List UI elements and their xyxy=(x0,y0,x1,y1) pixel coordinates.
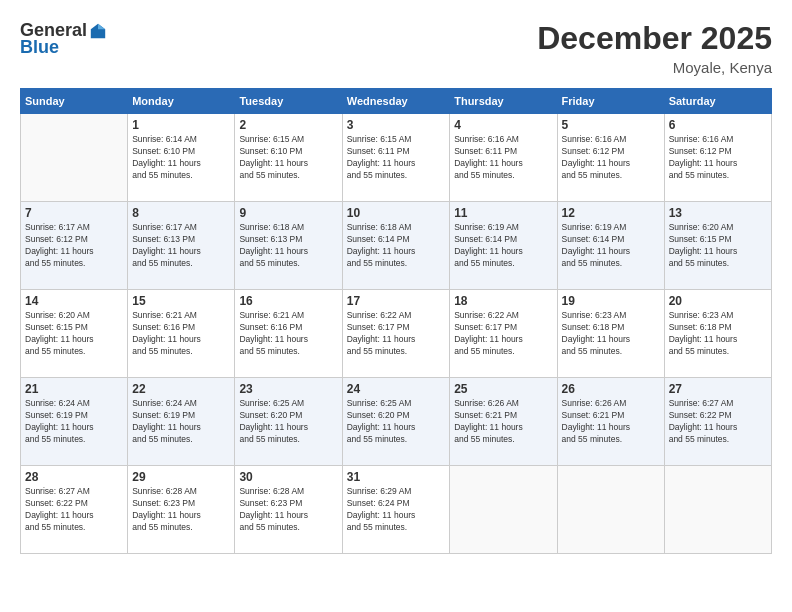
calendar-week-row: 21Sunrise: 6:24 AMSunset: 6:19 PMDayligh… xyxy=(21,378,772,466)
day-number: 28 xyxy=(25,470,123,484)
day-info: Sunrise: 6:17 AMSunset: 6:13 PMDaylight:… xyxy=(132,222,230,270)
calendar-week-row: 28Sunrise: 6:27 AMSunset: 6:22 PMDayligh… xyxy=(21,466,772,554)
table-row: 14Sunrise: 6:20 AMSunset: 6:15 PMDayligh… xyxy=(21,290,128,378)
table-row: 27Sunrise: 6:27 AMSunset: 6:22 PMDayligh… xyxy=(664,378,771,466)
logo-icon xyxy=(89,22,107,40)
location: Moyale, Kenya xyxy=(537,59,772,76)
day-number: 29 xyxy=(132,470,230,484)
day-info: Sunrise: 6:14 AMSunset: 6:10 PMDaylight:… xyxy=(132,134,230,182)
day-info: Sunrise: 6:21 AMSunset: 6:16 PMDaylight:… xyxy=(132,310,230,358)
day-info: Sunrise: 6:22 AMSunset: 6:17 PMDaylight:… xyxy=(347,310,445,358)
day-info: Sunrise: 6:28 AMSunset: 6:23 PMDaylight:… xyxy=(239,486,337,534)
day-info: Sunrise: 6:27 AMSunset: 6:22 PMDaylight:… xyxy=(25,486,123,534)
table-row: 16Sunrise: 6:21 AMSunset: 6:16 PMDayligh… xyxy=(235,290,342,378)
table-row xyxy=(450,466,557,554)
day-number: 3 xyxy=(347,118,445,132)
day-number: 18 xyxy=(454,294,552,308)
day-info: Sunrise: 6:25 AMSunset: 6:20 PMDaylight:… xyxy=(239,398,337,446)
table-row: 18Sunrise: 6:22 AMSunset: 6:17 PMDayligh… xyxy=(450,290,557,378)
table-row: 1Sunrise: 6:14 AMSunset: 6:10 PMDaylight… xyxy=(128,114,235,202)
day-info: Sunrise: 6:19 AMSunset: 6:14 PMDaylight:… xyxy=(454,222,552,270)
col-thursday: Thursday xyxy=(450,89,557,114)
table-row: 24Sunrise: 6:25 AMSunset: 6:20 PMDayligh… xyxy=(342,378,449,466)
table-row: 23Sunrise: 6:25 AMSunset: 6:20 PMDayligh… xyxy=(235,378,342,466)
calendar-week-row: 7Sunrise: 6:17 AMSunset: 6:12 PMDaylight… xyxy=(21,202,772,290)
day-number: 8 xyxy=(132,206,230,220)
day-info: Sunrise: 6:26 AMSunset: 6:21 PMDaylight:… xyxy=(562,398,660,446)
table-row: 9Sunrise: 6:18 AMSunset: 6:13 PMDaylight… xyxy=(235,202,342,290)
day-number: 17 xyxy=(347,294,445,308)
table-row: 20Sunrise: 6:23 AMSunset: 6:18 PMDayligh… xyxy=(664,290,771,378)
logo: General Blue xyxy=(20,20,107,58)
table-row: 19Sunrise: 6:23 AMSunset: 6:18 PMDayligh… xyxy=(557,290,664,378)
table-row: 28Sunrise: 6:27 AMSunset: 6:22 PMDayligh… xyxy=(21,466,128,554)
day-number: 10 xyxy=(347,206,445,220)
table-row: 6Sunrise: 6:16 AMSunset: 6:12 PMDaylight… xyxy=(664,114,771,202)
table-row: 13Sunrise: 6:20 AMSunset: 6:15 PMDayligh… xyxy=(664,202,771,290)
day-info: Sunrise: 6:22 AMSunset: 6:17 PMDaylight:… xyxy=(454,310,552,358)
day-info: Sunrise: 6:17 AMSunset: 6:12 PMDaylight:… xyxy=(25,222,123,270)
day-number: 6 xyxy=(669,118,767,132)
calendar: Sunday Monday Tuesday Wednesday Thursday… xyxy=(20,88,772,554)
calendar-week-row: 14Sunrise: 6:20 AMSunset: 6:15 PMDayligh… xyxy=(21,290,772,378)
day-info: Sunrise: 6:24 AMSunset: 6:19 PMDaylight:… xyxy=(25,398,123,446)
table-row: 21Sunrise: 6:24 AMSunset: 6:19 PMDayligh… xyxy=(21,378,128,466)
table-row: 4Sunrise: 6:16 AMSunset: 6:11 PMDaylight… xyxy=(450,114,557,202)
col-sunday: Sunday xyxy=(21,89,128,114)
table-row: 3Sunrise: 6:15 AMSunset: 6:11 PMDaylight… xyxy=(342,114,449,202)
col-saturday: Saturday xyxy=(664,89,771,114)
col-friday: Friday xyxy=(557,89,664,114)
day-number: 23 xyxy=(239,382,337,396)
day-info: Sunrise: 6:24 AMSunset: 6:19 PMDaylight:… xyxy=(132,398,230,446)
table-row: 5Sunrise: 6:16 AMSunset: 6:12 PMDaylight… xyxy=(557,114,664,202)
table-row: 12Sunrise: 6:19 AMSunset: 6:14 PMDayligh… xyxy=(557,202,664,290)
table-row xyxy=(664,466,771,554)
table-row: 31Sunrise: 6:29 AMSunset: 6:24 PMDayligh… xyxy=(342,466,449,554)
table-row: 25Sunrise: 6:26 AMSunset: 6:21 PMDayligh… xyxy=(450,378,557,466)
day-number: 19 xyxy=(562,294,660,308)
day-number: 4 xyxy=(454,118,552,132)
calendar-week-row: 1Sunrise: 6:14 AMSunset: 6:10 PMDaylight… xyxy=(21,114,772,202)
calendar-header-row: Sunday Monday Tuesday Wednesday Thursday… xyxy=(21,89,772,114)
day-info: Sunrise: 6:16 AMSunset: 6:12 PMDaylight:… xyxy=(669,134,767,182)
day-info: Sunrise: 6:23 AMSunset: 6:18 PMDaylight:… xyxy=(562,310,660,358)
table-row: 22Sunrise: 6:24 AMSunset: 6:19 PMDayligh… xyxy=(128,378,235,466)
col-tuesday: Tuesday xyxy=(235,89,342,114)
day-info: Sunrise: 6:25 AMSunset: 6:20 PMDaylight:… xyxy=(347,398,445,446)
table-row: 8Sunrise: 6:17 AMSunset: 6:13 PMDaylight… xyxy=(128,202,235,290)
day-number: 30 xyxy=(239,470,337,484)
day-number: 11 xyxy=(454,206,552,220)
header: General Blue December 2025 Moyale, Kenya xyxy=(20,20,772,76)
day-info: Sunrise: 6:18 AMSunset: 6:14 PMDaylight:… xyxy=(347,222,445,270)
table-row: 2Sunrise: 6:15 AMSunset: 6:10 PMDaylight… xyxy=(235,114,342,202)
svg-marker-1 xyxy=(98,23,105,28)
day-info: Sunrise: 6:15 AMSunset: 6:10 PMDaylight:… xyxy=(239,134,337,182)
day-number: 2 xyxy=(239,118,337,132)
day-info: Sunrise: 6:20 AMSunset: 6:15 PMDaylight:… xyxy=(669,222,767,270)
table-row xyxy=(557,466,664,554)
table-row: 26Sunrise: 6:26 AMSunset: 6:21 PMDayligh… xyxy=(557,378,664,466)
day-info: Sunrise: 6:27 AMSunset: 6:22 PMDaylight:… xyxy=(669,398,767,446)
day-number: 16 xyxy=(239,294,337,308)
logo-blue: Blue xyxy=(20,37,59,58)
day-number: 21 xyxy=(25,382,123,396)
day-info: Sunrise: 6:29 AMSunset: 6:24 PMDaylight:… xyxy=(347,486,445,534)
table-row: 15Sunrise: 6:21 AMSunset: 6:16 PMDayligh… xyxy=(128,290,235,378)
day-info: Sunrise: 6:20 AMSunset: 6:15 PMDaylight:… xyxy=(25,310,123,358)
day-number: 13 xyxy=(669,206,767,220)
table-row: 30Sunrise: 6:28 AMSunset: 6:23 PMDayligh… xyxy=(235,466,342,554)
day-number: 31 xyxy=(347,470,445,484)
day-info: Sunrise: 6:19 AMSunset: 6:14 PMDaylight:… xyxy=(562,222,660,270)
table-row: 29Sunrise: 6:28 AMSunset: 6:23 PMDayligh… xyxy=(128,466,235,554)
table-row: 7Sunrise: 6:17 AMSunset: 6:12 PMDaylight… xyxy=(21,202,128,290)
day-number: 24 xyxy=(347,382,445,396)
table-row: 10Sunrise: 6:18 AMSunset: 6:14 PMDayligh… xyxy=(342,202,449,290)
day-number: 12 xyxy=(562,206,660,220)
day-number: 25 xyxy=(454,382,552,396)
day-info: Sunrise: 6:18 AMSunset: 6:13 PMDaylight:… xyxy=(239,222,337,270)
day-number: 9 xyxy=(239,206,337,220)
table-row xyxy=(21,114,128,202)
col-monday: Monday xyxy=(128,89,235,114)
day-number: 27 xyxy=(669,382,767,396)
table-row: 17Sunrise: 6:22 AMSunset: 6:17 PMDayligh… xyxy=(342,290,449,378)
